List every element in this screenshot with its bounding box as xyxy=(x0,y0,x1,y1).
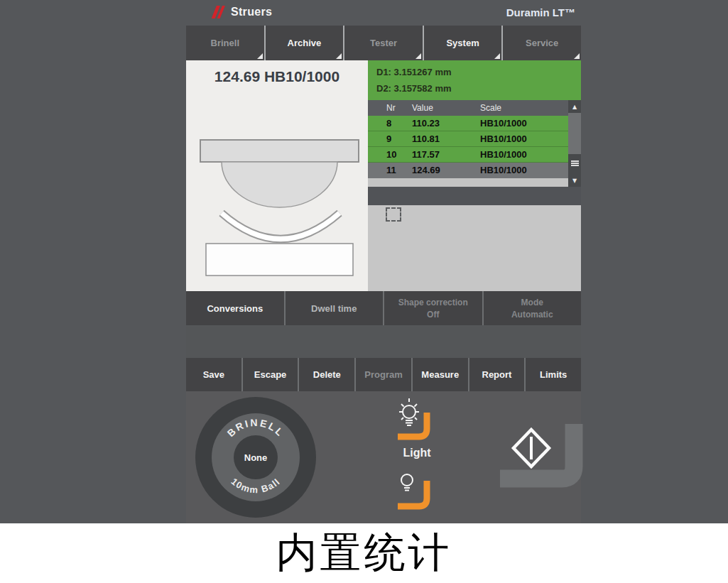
content-area: 124.69 HB10/1000 D1: 3.151267 mm D2: 3. xyxy=(186,60,581,291)
light-off-button[interactable] xyxy=(395,471,439,513)
limits-button[interactable]: Limits xyxy=(526,358,581,391)
scroll-track[interactable] xyxy=(568,113,581,154)
diagonal-readout: D1: 3.151267 mm D2: 3.157582 mm xyxy=(368,60,581,100)
col-scale: Scale xyxy=(480,103,501,113)
save-button[interactable]: Save xyxy=(186,358,241,391)
results-panel: D1: 3.151267 mm D2: 3.157582 mm Nr Value… xyxy=(368,60,581,291)
caption-bar: 内置统计 xyxy=(0,523,728,583)
dropdown-corner-icon xyxy=(574,53,580,59)
menu-tab-label: Brinell xyxy=(211,38,239,48)
program-button[interactable]: Program xyxy=(356,358,411,391)
indenter-sample-diagram xyxy=(186,131,368,288)
results-table-header: Nr Value Scale xyxy=(368,100,568,116)
hardware-panel: BRINELL 10mm Ball None xyxy=(186,391,581,523)
menu-tab-service[interactable]: Service xyxy=(503,26,581,60)
light-on-button[interactable] xyxy=(395,397,439,444)
brand-logo: Struers xyxy=(212,5,272,19)
caption-text: 内置统计 xyxy=(276,525,452,581)
screen: Struers Duramin LT™ Brinell Archive Test… xyxy=(0,0,728,583)
menu-tab-archive[interactable]: Archive xyxy=(266,26,344,60)
measurement-panel: 124.69 HB10/1000 xyxy=(186,60,368,291)
measure-button[interactable]: Measure xyxy=(413,358,468,391)
menu-tab-brinell[interactable]: Brinell xyxy=(186,26,264,60)
table-row[interactable]: 8 110.23 HB10/1000 xyxy=(368,116,568,131)
duramin-app-window: Struers Duramin LT™ Brinell Archive Test… xyxy=(186,0,581,523)
dropdown-corner-icon xyxy=(257,53,263,59)
mode-button[interactable]: Mode Automatic xyxy=(484,291,582,325)
dropdown-corner-icon xyxy=(494,53,500,59)
gray-bracket-icon xyxy=(500,424,574,479)
lit-bulb-icon xyxy=(399,398,419,425)
menu-tab-label: Archive xyxy=(288,38,322,48)
hardness-reading: 124.69 HB10/1000 xyxy=(186,68,368,85)
col-value: Value xyxy=(412,103,433,113)
shape-correction-button[interactable]: Shape correction Off xyxy=(384,291,482,325)
conversions-button[interactable]: Conversions xyxy=(186,291,284,325)
d2-value: D2: 3.157582 mm xyxy=(376,83,581,94)
escape-button[interactable]: Escape xyxy=(243,358,298,391)
start-button[interactable] xyxy=(496,418,584,496)
brand-name: Struers xyxy=(231,6,272,18)
dwell-time-button[interactable]: Dwell time xyxy=(286,291,384,325)
table-row[interactable]: 9 110.81 HB10/1000 xyxy=(368,131,568,147)
menu-tab-tester[interactable]: Tester xyxy=(344,26,423,60)
struers-logo-icon xyxy=(212,5,226,19)
menu-tab-label: Tester xyxy=(370,38,397,48)
lower-gray-panel xyxy=(368,205,581,291)
report-button[interactable]: Report xyxy=(469,358,525,391)
col-nr: Nr xyxy=(386,103,396,113)
table-footer-strip xyxy=(368,178,568,187)
table-row-selected[interactable]: 11 124.69 HB10/1000 xyxy=(368,163,568,178)
orange-bracket-icon xyxy=(398,413,427,437)
bulb-icon xyxy=(401,474,413,491)
menu-tab-label: System xyxy=(446,38,479,48)
table-row[interactable]: 10 117.57 HB10/1000 xyxy=(368,147,568,163)
results-table: Nr Value Scale 8 110.23 HB10/1000 9 110.… xyxy=(368,100,568,187)
method-dial[interactable]: BRINELL 10mm Ball None xyxy=(195,396,317,518)
dropdown-corner-icon xyxy=(336,53,342,59)
scroll-down-button[interactable]: ▼ xyxy=(568,174,581,187)
settings-button-row: Conversions Dwell time Shape correction … xyxy=(186,291,581,325)
d1-value: D1: 3.151267 mm xyxy=(376,67,581,77)
delete-button[interactable]: Delete xyxy=(299,358,354,391)
menu-bar: Brinell Archive Tester System Service xyxy=(186,26,581,60)
grip-lines-icon xyxy=(571,160,579,168)
scroll-thumb[interactable] xyxy=(568,154,581,174)
results-scrollbar[interactable]: ▲ ▼ xyxy=(568,100,581,187)
light-label: Light xyxy=(396,447,438,459)
scroll-up-button[interactable]: ▲ xyxy=(568,100,581,113)
menu-tab-system[interactable]: System xyxy=(424,26,502,60)
focus-checkbox[interactable] xyxy=(386,207,401,222)
title-bar: Struers Duramin LT™ xyxy=(186,0,581,26)
action-button-row: Save Escape Delete Program Measure Repor… xyxy=(186,358,581,391)
dial-center-label: None xyxy=(244,452,268,463)
dropdown-corner-icon xyxy=(415,53,421,59)
orange-bracket-icon xyxy=(398,481,427,506)
menu-tab-label: Service xyxy=(526,38,558,48)
divider-strip xyxy=(368,187,581,205)
product-name: Duramin LT™ xyxy=(506,6,575,18)
